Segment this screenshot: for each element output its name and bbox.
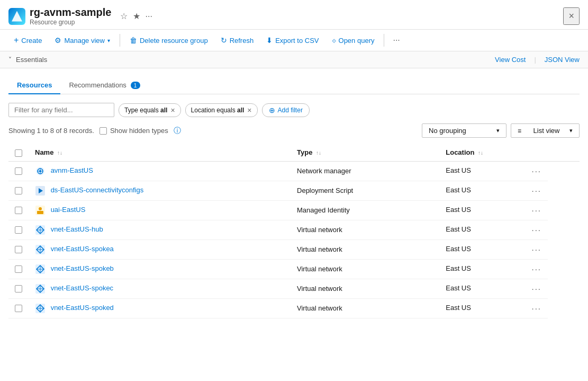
row-checkbox[interactable]: [15, 226, 22, 234]
row-checkbox-cell: [8, 298, 29, 318]
row-checkbox-cell: [8, 259, 29, 279]
star-icon[interactable]: ★: [133, 11, 140, 21]
resource-name-link[interactable]: vnet-EastUS-spokeb: [51, 264, 114, 272]
row-actions-button[interactable]: ···: [531, 284, 541, 293]
row-checkbox[interactable]: [15, 305, 22, 312]
row-checkbox[interactable]: [15, 207, 22, 214]
table-row: vnet-EastUS-spoked Virtual network East …: [8, 298, 580, 318]
show-hidden-checkbox[interactable]: [99, 127, 107, 135]
row-location-cell: East US ···: [439, 298, 548, 318]
show-hidden-checkbox-label[interactable]: Show hidden types: [99, 127, 168, 135]
view-cost-link[interactable]: View Cost: [495, 56, 526, 64]
row-type-cell: Virtual network: [291, 240, 439, 259]
close-button[interactable]: ×: [563, 7, 580, 25]
resource-name-link[interactable]: vnet-EastUS-spoked: [51, 304, 114, 312]
table-row: vnet-EastUS-spokea Virtual network East …: [8, 240, 580, 259]
row-name-cell: vnet-EastUS-spokeb: [29, 259, 291, 279]
delete-button[interactable]: 🗑 Delete resource group: [124, 33, 213, 47]
row-checkbox-cell: [8, 200, 29, 220]
resource-type-icon: [35, 283, 46, 294]
row-checkbox-cell: [8, 240, 29, 259]
type-column-header[interactable]: Type ↑↓: [291, 144, 439, 161]
row-actions-button[interactable]: ···: [531, 264, 541, 273]
manage-view-chevron-icon: ▾: [107, 38, 110, 43]
open-query-label: Open query: [339, 37, 375, 45]
add-filter-icon: ⊕: [269, 106, 275, 114]
svg-point-4: [39, 170, 41, 172]
resource-name-link[interactable]: vnet-EastUS-hub: [51, 225, 103, 233]
resource-type-icon: [35, 185, 46, 196]
row-name-cell: vnet-EastUS-spokea: [29, 240, 291, 259]
manage-view-button[interactable]: ⚙ Manage view ▾: [49, 33, 115, 47]
export-label: Export to CSV: [275, 37, 319, 45]
location-filter-clear-icon[interactable]: ×: [247, 106, 251, 114]
resource-name-link[interactable]: avnm-EastUS: [51, 166, 93, 174]
refresh-button[interactable]: ↻ Refresh: [215, 33, 259, 47]
add-filter-button[interactable]: ⊕ Add filter: [262, 103, 310, 117]
table-row: vnet-EastUS-hub Virtual network East US …: [8, 220, 580, 240]
svg-point-9: [39, 207, 42, 210]
row-checkbox[interactable]: [15, 187, 22, 194]
row-checkbox[interactable]: [15, 285, 22, 293]
row-actions-button[interactable]: ···: [531, 225, 541, 234]
pin-icon[interactable]: ☆: [120, 11, 128, 21]
resource-name-link[interactable]: vnet-EastUS-spokea: [51, 245, 114, 253]
manage-view-icon: ⚙: [55, 36, 61, 45]
more-icon[interactable]: ···: [146, 12, 152, 21]
row-type-cell: Network manager: [291, 161, 439, 181]
row-checkbox[interactable]: [15, 265, 22, 273]
name-column-header[interactable]: Name ↑↓: [29, 144, 291, 161]
list-view-icon: ≡: [518, 127, 521, 135]
type-sort-icon: ↑↓: [316, 150, 321, 156]
type-filter-clear-icon[interactable]: ×: [170, 106, 175, 114]
azure-icon: [8, 8, 25, 25]
row-checkbox[interactable]: [15, 246, 22, 253]
table-row: avnm-EastUS Network manager East US ···: [8, 161, 580, 181]
view-chevron-icon: ▾: [569, 127, 573, 134]
table-header-row: Name ↑↓ Type ↑↓ Location ↑↓: [8, 144, 580, 161]
grouping-dropdown[interactable]: No grouping ▾: [422, 123, 506, 138]
name-sort-icon: ↑↓: [57, 150, 62, 156]
location-filter-chip[interactable]: Location equals all ×: [185, 103, 258, 117]
table-row: vnet-EastUS-spokeb Virtual network East …: [8, 259, 580, 279]
toolbar-more-button[interactable]: ···: [388, 33, 404, 48]
type-filter-chip[interactable]: Type equals all ×: [119, 103, 181, 117]
location-column-header[interactable]: Location ↑↓: [439, 144, 548, 161]
row-location-cell: East US ···: [439, 220, 548, 240]
recommendations-badge: 1: [131, 82, 140, 89]
filter-input[interactable]: [8, 103, 114, 117]
grouping-chevron-icon: ▾: [496, 127, 500, 134]
create-button[interactable]: + Create: [8, 33, 47, 48]
select-all-checkbox[interactable]: [15, 149, 22, 157]
row-actions-button[interactable]: ···: [531, 245, 541, 254]
row-checkbox[interactable]: [15, 167, 22, 175]
info-icon[interactable]: ⓘ: [174, 126, 181, 136]
row-actions-button[interactable]: ···: [531, 186, 541, 195]
essentials-toggle[interactable]: ˅ Essentials: [8, 56, 47, 64]
resource-name-link[interactable]: uai-EastUS: [51, 206, 86, 214]
row-type-cell: Deployment Script: [291, 181, 439, 200]
title-text: rg-avnm-sample Resource group: [30, 6, 112, 26]
filters-row: Type equals all × Location equals all × …: [8, 103, 580, 117]
resource-name-link[interactable]: vnet-EastUS-spokec: [51, 284, 114, 292]
row-type-cell: Virtual network: [291, 279, 439, 298]
row-actions-button[interactable]: ···: [531, 166, 541, 175]
export-button[interactable]: ⬇ Export to CSV: [261, 33, 324, 47]
essentials-bar: ˅ Essentials View Cost | JSON View: [0, 51, 588, 68]
resource-name-link[interactable]: ds-EastUS-connectivityconfigs: [51, 186, 144, 194]
resource-type-icon: [35, 205, 46, 216]
json-view-link[interactable]: JSON View: [545, 56, 580, 64]
tab-recommendations[interactable]: Recommendations 1: [60, 77, 148, 94]
plus-icon: +: [14, 36, 19, 45]
tab-resources[interactable]: Resources: [8, 77, 60, 94]
row-actions-button[interactable]: ···: [531, 304, 541, 313]
open-query-button[interactable]: ⟐ Open query: [327, 33, 380, 47]
actions-column-header: [548, 144, 580, 161]
row-actions-button[interactable]: ···: [531, 206, 541, 215]
view-dropdown[interactable]: ≡ List view ▾: [511, 123, 580, 138]
controls-left: Showing 1 to 8 of 8 records. Show hidden…: [8, 126, 181, 136]
resource-type-icon: [35, 225, 46, 235]
row-checkbox-cell: [8, 279, 29, 298]
export-icon: ⬇: [266, 36, 273, 45]
row-type-cell: Virtual network: [291, 220, 439, 240]
